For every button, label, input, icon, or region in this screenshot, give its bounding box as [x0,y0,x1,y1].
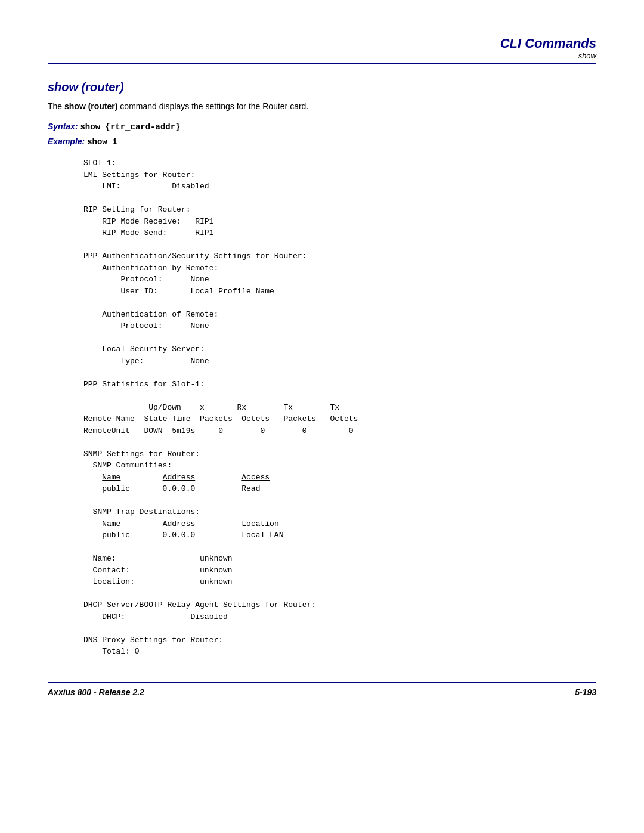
snmp-trap-row1: public 0.0.0.0 Local LAN [83,531,283,540]
auth-of-remote-header: Authentication of Remote: [83,310,218,319]
auth-by-remote-header: Authentication by Remote: [83,264,218,272]
syntax-label: Syntax: [48,122,78,131]
rip-mode-receive: RIP Mode Receive: RIP1 [83,217,213,226]
ppp-stats-header: PPP Statistics for Slot-1: [83,380,205,389]
snmp-comm-row1: public 0.0.0.0 Read [83,484,260,493]
footer-divider [48,682,596,683]
snmp-communities-header: SNMP Communities: [83,461,172,470]
description: The show (router) command displays the s… [48,101,596,111]
ppp-stats-col1: Up/Down x Rx Tx Tx [83,403,339,412]
dhcp-value: DHCP: Disabled [83,612,228,621]
ppp-auth-header: PPP Authentication/Security Settings for… [83,252,306,261]
user-id-value: User ID: Local Profile Name [83,287,274,296]
code-block: SLOT 1: LMI Settings for Router: LMI: Di… [83,157,596,658]
dns-total: Total: 0 [83,647,140,656]
syntax-code: show {rtr_card-addr} [80,122,180,132]
snmp-location: Location: unknown [83,577,233,586]
example-line: Example: show 1 [48,137,596,147]
snmp-contact: Contact: unknown [83,566,233,575]
syntax-line: Syntax: show {rtr_card-addr} [48,122,596,132]
description-post: command displays the settings for the Ro… [117,101,308,111]
ppp-stats-row1: RemoteUnit DOWN 5m19s 0 0 0 0 [83,426,353,435]
example-label: Example: [48,137,85,146]
footer-area: Axxius 800 - Release 2.2 5-193 [48,688,596,697]
snmp-settings-header: SNMP Settings for Router: [83,450,200,459]
rip-settings-header: RIP Setting for Router: [83,205,190,214]
snmp-comm-col: Name Address Access [83,473,270,482]
snmp-trap-col: Name Address Location [83,519,279,528]
dhcp-header: DHCP Server/BOOTP Relay Agent Settings f… [83,600,316,609]
page-container: CLI Commands show show (router) The show… [0,0,644,833]
type-none: Type: None [83,357,209,366]
protocol-none-2: Protocol: None [83,321,209,330]
footer-left: Axxius 800 - Release 2.2 [48,688,144,697]
description-bold: show (router) [64,101,117,111]
slot-line: SLOT 1: [83,159,116,168]
lmi-settings-header: LMI Settings for Router: [83,171,195,179]
snmp-name: Name: unknown [83,554,233,563]
example-code: show 1 [87,137,117,147]
lmi-value: LMI: Disabled [83,182,209,191]
dns-header: DNS Proxy Settings for Router: [83,636,223,645]
local-security-header: Local Security Server: [83,345,205,354]
ppp-stats-col2: Remote Name State Time Packets Octets Pa… [83,414,358,423]
header-subtitle: show [48,51,596,60]
header-title: CLI Commands [48,36,596,51]
header-area: CLI Commands show [48,36,596,60]
rip-mode-send: RIP Mode Send: RIP1 [83,228,213,237]
snmp-trap-header: SNMP Trap Destinations: [83,507,200,516]
section-title: show (router) [48,80,596,94]
protocol-none: Protocol: None [83,275,209,284]
header-divider [48,63,596,64]
footer-right: 5-193 [575,688,596,697]
